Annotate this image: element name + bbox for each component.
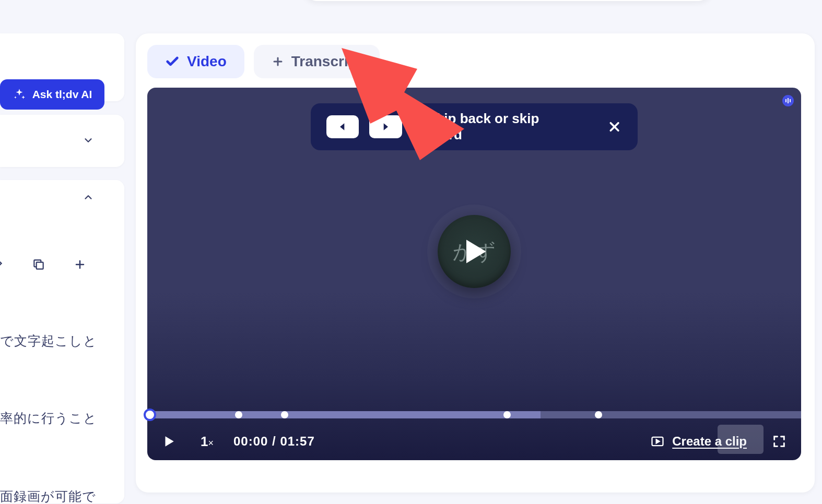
top-pill-shadow xyxy=(304,0,711,1)
time-display: 00:00 / 01:57 xyxy=(233,434,315,449)
svg-rect-0 xyxy=(37,262,43,269)
magic-icon[interactable] xyxy=(0,257,4,272)
speed-x: × xyxy=(208,438,214,448)
chevron-up-icon[interactable] xyxy=(83,191,94,203)
skip-forward-key xyxy=(369,115,402,138)
thumbnail-preview xyxy=(718,425,764,454)
progress-marker[interactable] xyxy=(281,411,288,418)
check-icon xyxy=(165,54,180,69)
tab-video-label: Video xyxy=(187,53,227,70)
svg-marker-9 xyxy=(466,240,486,263)
copy-icon[interactable] xyxy=(32,257,45,272)
skip-hint-banner: to skip back or skip forward xyxy=(311,103,638,150)
chevron-down-icon xyxy=(83,135,94,146)
progress-marker[interactable] xyxy=(235,411,242,418)
tabs: Video Transcript xyxy=(147,45,803,78)
sidebar-text-3: 面録画が可能で xyxy=(0,488,96,504)
skip-back-key xyxy=(326,115,359,138)
progress-marker[interactable] xyxy=(503,411,511,418)
sidebar-icon-row xyxy=(0,257,107,272)
tab-video[interactable]: Video xyxy=(147,45,244,78)
time-current: 00:00 xyxy=(233,434,268,448)
time-sep: / xyxy=(268,434,280,448)
triangle-left-icon xyxy=(337,122,348,132)
progress-played xyxy=(147,411,541,418)
play-button[interactable] xyxy=(162,435,175,448)
ask-ai-button[interactable]: Ask tl;dv AI xyxy=(0,79,104,110)
sidebar-card-collapsed[interactable] xyxy=(0,115,124,167)
sidebar: Ask tl;dv AI で文字起こしと 率的に行うこと 面録画が可能で xyxy=(0,0,124,504)
svg-marker-5 xyxy=(340,123,344,130)
svg-marker-12 xyxy=(656,440,660,443)
svg-marker-10 xyxy=(166,436,174,447)
svg-marker-6 xyxy=(384,123,388,130)
playhead[interactable] xyxy=(144,409,156,421)
ask-ai-label: Ask tl;dv AI xyxy=(32,88,92,101)
audio-badge-icon[interactable] xyxy=(782,95,794,106)
video-player: to skip back or skip forward かず 1× 00:00… xyxy=(147,88,801,460)
time-total: 01:57 xyxy=(280,434,314,448)
plus-icon[interactable] xyxy=(74,257,86,272)
sparkle-icon xyxy=(13,88,26,101)
main-panel: Video Transcript to skip back or skip fo… xyxy=(136,33,815,493)
sidebar-card-ai: Ask tl;dv AI xyxy=(0,33,124,101)
plus-icon xyxy=(272,55,284,68)
skip-hint-text: to skip back or skip forward xyxy=(413,111,588,143)
sidebar-card-expanded: で文字起こしと 率的に行うこと 面録画が可能で xyxy=(0,180,124,503)
progress-marker[interactable] xyxy=(595,411,602,418)
tab-transcript-label: Transcript xyxy=(291,53,362,70)
playback-speed-button[interactable]: 1× xyxy=(201,434,214,450)
sidebar-text-1: で文字起こしと xyxy=(0,332,97,350)
close-icon[interactable] xyxy=(607,119,622,135)
player-controls: 1× 00:00 / 01:57 Create a clip xyxy=(147,423,801,460)
speed-value: 1 xyxy=(201,434,208,449)
tab-transcript[interactable]: Transcript xyxy=(254,45,380,78)
clip-icon xyxy=(650,434,665,449)
fullscreen-button[interactable] xyxy=(772,434,786,449)
center-play-button[interactable] xyxy=(459,236,490,267)
triangle-right-icon xyxy=(380,122,391,132)
sidebar-text-2: 率的に行うこと xyxy=(0,410,97,427)
progress-bar[interactable] xyxy=(147,411,801,418)
